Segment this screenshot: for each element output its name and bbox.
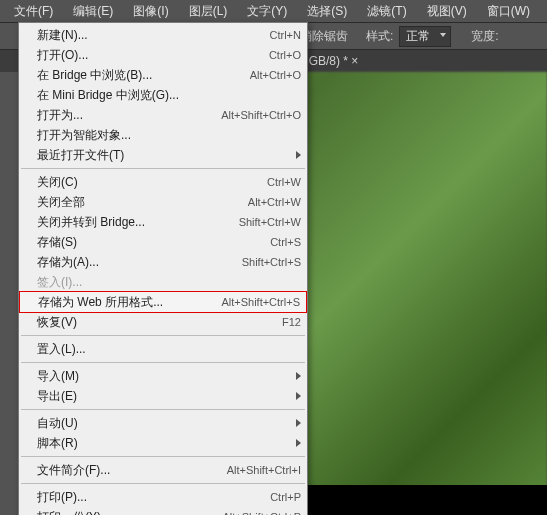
document-tab[interactable]: RGB/8) * × — [300, 54, 358, 68]
menu-item[interactable]: 关闭(C)Ctrl+W — [19, 172, 307, 192]
menu-item-label: 打开为智能对象... — [37, 127, 301, 144]
menu-item: 签入(I)... — [19, 272, 307, 292]
menu-item[interactable]: 存储(S)Ctrl+S — [19, 232, 307, 252]
menu-item[interactable]: 恢复(V)F12 — [19, 312, 307, 332]
menu-item-label: 脚本(R) — [37, 435, 301, 452]
menubar-filter[interactable]: 滤镜(T) — [357, 0, 416, 23]
menu-item-label: 自动(U) — [37, 415, 301, 432]
menu-item[interactable]: 脚本(R) — [19, 433, 307, 453]
menu-item-label: 打开为... — [37, 107, 221, 124]
menu-separator — [21, 362, 305, 363]
menu-item-label: 关闭全部 — [37, 194, 248, 211]
menu-item-label: 打印(P)... — [37, 489, 270, 506]
style-dropdown[interactable]: 正常 — [399, 26, 451, 47]
menu-item-label: 置入(L)... — [37, 341, 301, 358]
menu-item-shortcut: Alt+Shift+Ctrl+O — [221, 109, 301, 121]
menubar-view[interactable]: 视图(V) — [417, 0, 477, 23]
menu-item-shortcut: Alt+Shift+Ctrl+S — [221, 296, 300, 308]
menu-item[interactable]: 新建(N)...Ctrl+N — [19, 25, 307, 45]
menu-item-label: 存储(S) — [37, 234, 270, 251]
menubar-select[interactable]: 选择(S) — [297, 0, 357, 23]
menu-item-shortcut: Ctrl+S — [270, 236, 301, 248]
menu-item-label: 导入(M) — [37, 368, 301, 385]
menu-item-label: 关闭并转到 Bridge... — [37, 214, 239, 231]
menu-item-label: 关闭(C) — [37, 174, 267, 191]
menu-item-shortcut: Alt+Shift+Ctrl+I — [227, 464, 301, 476]
menu-item-shortcut: Alt+Shift+Ctrl+P — [222, 511, 301, 515]
menu-item[interactable]: 存储为 Web 所用格式...Alt+Shift+Ctrl+S — [19, 291, 307, 313]
menu-item[interactable]: 存储为(A)...Shift+Ctrl+S — [19, 252, 307, 272]
menu-item-shortcut: Ctrl+P — [270, 491, 301, 503]
menu-item-label: 打印一份(Y) — [37, 509, 222, 516]
menubar-image[interactable]: 图像(I) — [123, 0, 178, 23]
menu-item-label: 在 Mini Bridge 中浏览(G)... — [37, 87, 301, 104]
menu-item-label: 存储为(A)... — [37, 254, 242, 271]
menu-item-shortcut: Ctrl+W — [267, 176, 301, 188]
menu-separator — [21, 456, 305, 457]
menubar-edit[interactable]: 编辑(E) — [63, 0, 123, 23]
menu-item[interactable]: 文件简介(F)...Alt+Shift+Ctrl+I — [19, 460, 307, 480]
menu-item-label: 打开(O)... — [37, 47, 269, 64]
menu-item-label: 恢复(V) — [37, 314, 282, 331]
menu-item-shortcut: Ctrl+O — [269, 49, 301, 61]
menu-item-shortcut: F12 — [282, 316, 301, 328]
menu-item[interactable]: 最近打开文件(T) — [19, 145, 307, 165]
menu-item[interactable]: 关闭并转到 Bridge...Shift+Ctrl+W — [19, 212, 307, 232]
menu-item-shortcut: Shift+Ctrl+S — [242, 256, 301, 268]
menu-item-shortcut: Shift+Ctrl+W — [239, 216, 301, 228]
menu-item[interactable]: 打印(P)...Ctrl+P — [19, 487, 307, 507]
menu-item[interactable]: 打开为智能对象... — [19, 125, 307, 145]
menu-item[interactable]: 打印一份(Y)Alt+Shift+Ctrl+P — [19, 507, 307, 515]
style-label: 样式: — [366, 28, 393, 45]
menu-item-label: 新建(N)... — [37, 27, 270, 44]
menu-item[interactable]: 打开为...Alt+Shift+Ctrl+O — [19, 105, 307, 125]
menu-item[interactable]: 在 Mini Bridge 中浏览(G)... — [19, 85, 307, 105]
menu-item-label: 签入(I)... — [37, 274, 301, 291]
menu-item[interactable]: 导出(E) — [19, 386, 307, 406]
menubar-type[interactable]: 文字(Y) — [237, 0, 297, 23]
menubar-window[interactable]: 窗口(W) — [477, 0, 540, 23]
menubar-layer[interactable]: 图层(L) — [179, 0, 238, 23]
menu-item[interactable]: 导入(M) — [19, 366, 307, 386]
file-menu: 新建(N)...Ctrl+N打开(O)...Ctrl+O在 Bridge 中浏览… — [18, 22, 308, 515]
menu-item-label: 在 Bridge 中浏览(B)... — [37, 67, 250, 84]
menu-item-label: 导出(E) — [37, 388, 301, 405]
menu-item[interactable]: 打开(O)...Ctrl+O — [19, 45, 307, 65]
menu-item-label: 存储为 Web 所用格式... — [38, 294, 221, 311]
menu-item-shortcut: Alt+Ctrl+W — [248, 196, 301, 208]
menu-item[interactable]: 关闭全部Alt+Ctrl+W — [19, 192, 307, 212]
menu-item[interactable]: 自动(U) — [19, 413, 307, 433]
width-label: 宽度: — [471, 28, 498, 45]
menu-separator — [21, 409, 305, 410]
menu-item-shortcut: Alt+Ctrl+O — [250, 69, 301, 81]
menu-item-label: 最近打开文件(T) — [37, 147, 301, 164]
menu-item-shortcut: Ctrl+N — [270, 29, 301, 41]
menubar-file[interactable]: 文件(F) — [4, 0, 63, 23]
menu-item[interactable]: 在 Bridge 中浏览(B)...Alt+Ctrl+O — [19, 65, 307, 85]
menu-item[interactable]: 置入(L)... — [19, 339, 307, 359]
menu-separator — [21, 483, 305, 484]
menu-item-label: 文件简介(F)... — [37, 462, 227, 479]
menu-separator — [21, 168, 305, 169]
menu-separator — [21, 335, 305, 336]
menubar: 文件(F) 编辑(E) 图像(I) 图层(L) 文字(Y) 选择(S) 滤镜(T… — [0, 0, 547, 22]
